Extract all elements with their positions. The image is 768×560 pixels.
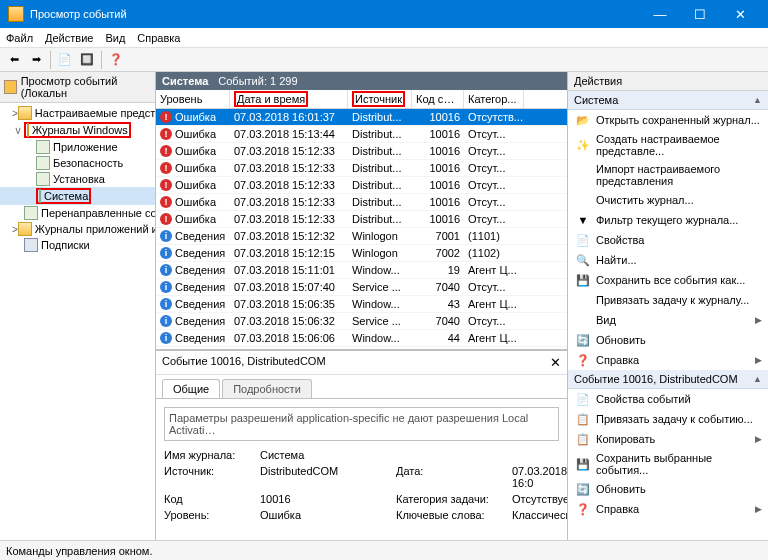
action-icon: 📄 — [576, 233, 590, 247]
tree-node[interactable]: >Настраиваемые представл — [0, 105, 155, 121]
table-row[interactable]: iСведения07.03.2018 15:06:35Window...43А… — [156, 296, 567, 313]
maximize-button[interactable]: ☐ — [680, 0, 720, 28]
tree-root-icon — [4, 80, 17, 94]
tab-details[interactable]: Подробности — [222, 379, 312, 398]
tree-label: Журналы приложений и сл — [35, 223, 156, 235]
error-icon: ! — [160, 179, 172, 191]
menu-help[interactable]: Справка — [137, 32, 180, 44]
action-item[interactable]: 🔄Обновить — [568, 330, 768, 350]
action-item[interactable]: 💾Сохранить все события как... — [568, 270, 768, 290]
log-icon — [24, 206, 38, 220]
forward-button[interactable]: ➡ — [26, 50, 46, 70]
column-header[interactable]: Код соб... — [412, 90, 464, 108]
action-icon: ❓ — [576, 502, 590, 516]
action-item[interactable]: 📋Привязать задачу к событию... — [568, 409, 768, 429]
detail-close-icon[interactable]: ✕ — [550, 355, 561, 370]
column-header[interactable]: Категор... — [464, 90, 524, 108]
detail-message: Параметры разрешений application-specifi… — [164, 407, 559, 441]
tree-node[interactable]: >Журналы приложений и сл — [0, 221, 155, 237]
table-row[interactable]: !Ошибка07.03.2018 16:01:37Distribut...10… — [156, 109, 567, 126]
action-icon: 📋 — [576, 412, 590, 426]
actions-section-event[interactable]: Событие 10016, DistributedCOM▲ — [568, 370, 768, 389]
info-icon: i — [160, 298, 172, 310]
menu-file[interactable]: Файл — [6, 32, 33, 44]
error-icon: ! — [160, 196, 172, 208]
tree-label: Безопасность — [53, 157, 123, 169]
menu-action[interactable]: Действие — [45, 32, 93, 44]
sub-icon — [24, 238, 38, 252]
column-header[interactable]: Дата и время — [230, 90, 348, 108]
tree-label: Система — [44, 190, 88, 202]
action-label: Справка — [596, 354, 639, 366]
tree-node[interactable]: Установка — [0, 171, 155, 187]
action-icon — [576, 293, 590, 307]
table-row[interactable]: !Ошибка07.03.2018 15:12:33Distribut...10… — [156, 194, 567, 211]
action-item[interactable]: Привязать задачу к журналу... — [568, 290, 768, 310]
action-item[interactable]: Импорт настраиваемого представления — [568, 160, 768, 190]
action-item[interactable]: Вид▶ — [568, 310, 768, 330]
tree-label: Настраиваемые представл — [35, 107, 156, 119]
action-item[interactable]: 🔍Найти... — [568, 250, 768, 270]
tree-label: Подписки — [41, 239, 90, 251]
actions-section-system[interactable]: Система▲ — [568, 91, 768, 110]
table-row[interactable]: !Ошибка07.03.2018 15:12:33Distribut...10… — [156, 143, 567, 160]
submenu-icon: ▶ — [755, 504, 762, 514]
action-item[interactable]: 📄Свойства событий — [568, 389, 768, 409]
action-item[interactable]: ▼Фильтр текущего журнала... — [568, 210, 768, 230]
event-grid[interactable]: УровеньДата и времяИсточникКод соб...Кат… — [156, 90, 567, 350]
tree-node[interactable]: Подписки — [0, 237, 155, 253]
table-row[interactable]: !Ошибка07.03.2018 15:12:33Distribut...10… — [156, 160, 567, 177]
action-icon: ▼ — [576, 213, 590, 227]
table-row[interactable]: iСведения07.03.2018 15:12:15Winlogon7002… — [156, 245, 567, 262]
tree-node[interactable]: Система — [0, 187, 155, 205]
table-row[interactable]: !Ошибка07.03.2018 15:12:33Distribut...10… — [156, 177, 567, 194]
table-row[interactable]: iСведения07.03.2018 15:07:40Service ...7… — [156, 279, 567, 296]
column-header[interactable]: Уровень — [156, 90, 230, 108]
menu-view[interactable]: Вид — [105, 32, 125, 44]
detail-pane: Событие 10016, DistributedCOM ✕ Общие По… — [156, 350, 567, 540]
column-header[interactable]: Источник — [348, 90, 412, 108]
info-icon: i — [160, 230, 172, 242]
table-row[interactable]: iСведения07.03.2018 15:11:01Window...19А… — [156, 262, 567, 279]
action-icon — [576, 168, 590, 182]
action-item[interactable]: 📂Открыть сохраненный журнал... — [568, 110, 768, 130]
error-icon: ! — [160, 128, 172, 140]
action-item[interactable]: 📋Копировать▶ — [568, 429, 768, 449]
close-button[interactable]: ✕ — [720, 0, 760, 28]
action-item[interactable]: 📄Свойства — [568, 230, 768, 250]
tree-node[interactable]: Безопасность — [0, 155, 155, 171]
tree-label: Перенаправленные соб — [41, 207, 156, 219]
table-row[interactable]: !Ошибка07.03.2018 15:12:33Distribut...10… — [156, 211, 567, 228]
grid-count-label: Событий: 1 299 — [218, 75, 297, 87]
table-row[interactable]: !Ошибка07.03.2018 15:13:44Distribut...10… — [156, 126, 567, 143]
tree-node[interactable]: v Журналы Windows — [0, 121, 155, 139]
action-label: Фильтр текущего журнала... — [596, 214, 738, 226]
refresh-button[interactable]: 🔲 — [77, 50, 97, 70]
action-item[interactable]: ✨Создать настраиваемое представле... — [568, 130, 768, 160]
table-row[interactable]: iСведения07.03.2018 15:06:32Service ...7… — [156, 313, 567, 330]
log-icon — [39, 189, 41, 203]
action-item[interactable]: 💾Сохранить выбранные события... — [568, 449, 768, 479]
info-icon: i — [160, 332, 172, 344]
titlebar: Просмотр событий — ☐ ✕ — [0, 0, 768, 28]
help-button[interactable]: ❓ — [106, 50, 126, 70]
action-label: Обновить — [596, 334, 646, 346]
submenu-icon: ▶ — [755, 434, 762, 444]
action-icon: 📂 — [576, 113, 590, 127]
info-icon: i — [160, 315, 172, 327]
back-button[interactable]: ⬅ — [4, 50, 24, 70]
action-item[interactable]: 🔄Обновить — [568, 479, 768, 499]
twisty-icon[interactable]: v — [12, 125, 24, 136]
action-item[interactable]: ❓Справка▶ — [568, 499, 768, 519]
tree-node[interactable]: Перенаправленные соб — [0, 205, 155, 221]
action-item[interactable]: Очистить журнал... — [568, 190, 768, 210]
tree-node[interactable]: Приложение — [0, 139, 155, 155]
tab-general[interactable]: Общие — [162, 379, 220, 398]
props-button[interactable]: 📄 — [55, 50, 75, 70]
minimize-button[interactable]: — — [640, 0, 680, 28]
table-row[interactable]: iСведения07.03.2018 15:12:32Winlogon7001… — [156, 228, 567, 245]
table-row[interactable]: iСведения07.03.2018 15:06:06Window...44А… — [156, 330, 567, 347]
error-icon: ! — [160, 162, 172, 174]
action-item[interactable]: ❓Справка▶ — [568, 350, 768, 370]
tree-header[interactable]: Просмотр событий (Локальн — [0, 72, 155, 103]
